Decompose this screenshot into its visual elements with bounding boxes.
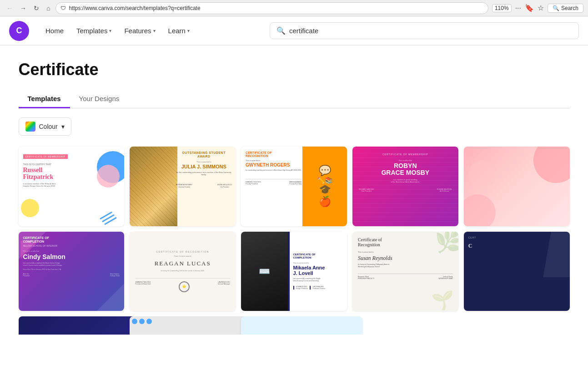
logo-text: C <box>16 26 22 36</box>
template-card-12[interactable] <box>130 316 251 335</box>
template-card-8[interactable]: ⌨️ CERTIFICATE OFCOMPLETION This is pres… <box>241 232 347 311</box>
learn-label: Learn <box>168 27 186 35</box>
template-card-7[interactable]: CERTIFICATE OF RECOGNITION Fiaza Cuisine… <box>130 232 236 311</box>
template-card-13[interactable] <box>241 316 362 335</box>
colour-chevron: ▾ <box>61 123 65 130</box>
back-button[interactable]: ← <box>5 4 15 13</box>
filter-row: Colour ▾ <box>19 117 570 136</box>
nav-links: Home Templates ▾ Features ▾ Learn ▾ <box>40 23 195 38</box>
tab-your-designs[interactable]: Your Designs <box>70 90 129 108</box>
reload-button[interactable]: ↻ <box>32 4 41 13</box>
template-card-3[interactable]: 💬 ✏️📚 🎓 🍎 CERTIFICATE OFRECOGNITION This… <box>241 147 347 226</box>
bookmark-icon[interactable]: 🔖 <box>525 4 534 12</box>
home-button[interactable]: ⌂ <box>45 4 52 13</box>
template-grid-row3-partial <box>19 316 570 335</box>
nav-learn[interactable]: Learn ▾ <box>163 23 195 38</box>
home-label: Home <box>45 27 64 35</box>
star-icon[interactable]: ☆ <box>538 4 544 12</box>
template-card-2[interactable]: OUTSTANDING STUDENT AWARD This is awarde… <box>130 147 236 226</box>
template-grid-row1: Certificate of Membership THIS IS TO CER… <box>19 147 570 226</box>
template-card-5[interactable] <box>464 147 570 226</box>
template-card-1[interactable]: Certificate of Membership THIS IS TO CER… <box>19 147 125 226</box>
template-card-11[interactable] <box>19 316 140 335</box>
template-card-10[interactable]: CERT C <box>464 232 570 311</box>
colour-label: Colour <box>39 123 58 130</box>
tab-templates[interactable]: Templates <box>19 90 70 108</box>
main-nav: C Home Templates ▾ Features ▾ Learn ▾ 🔍 <box>0 16 588 46</box>
search-icon: 🔍 <box>553 5 559 11</box>
template-card-6[interactable]: CERTIFICATE OFCOMPLETION RELOVA SCHOOL O… <box>19 232 125 311</box>
colour-swatch <box>25 122 35 132</box>
template-card-9[interactable]: 🌿 🌱 Certificate ofRecognition This is pr… <box>352 232 458 311</box>
browser-chrome: ← → ↻ ⌂ 🛡 https://www.canva.com/search/t… <box>0 0 588 16</box>
browser-search[interactable]: 🔍 Search <box>548 4 583 13</box>
features-label: Features <box>124 27 151 35</box>
main-content: Certificate Templates Your Designs Colou… <box>8 46 581 355</box>
shield-icon: 🛡 <box>60 5 66 11</box>
learn-chevron: ▾ <box>187 28 190 33</box>
forward-button[interactable]: → <box>18 4 28 13</box>
templates-label: Templates <box>76 27 107 35</box>
more-options[interactable]: ··· <box>515 4 521 12</box>
nav-home[interactable]: Home <box>40 23 69 38</box>
search-bar[interactable]: 🔍 <box>270 22 579 39</box>
canva-logo[interactable]: C <box>9 21 29 41</box>
address-url: https://www.canva.com/search/templates?q… <box>69 5 200 11</box>
features-chevron: ▾ <box>153 28 156 33</box>
template-grid-row2: CERTIFICATE OFCOMPLETION RELOVA SCHOOL O… <box>19 232 570 311</box>
nav-features[interactable]: Features ▾ <box>119 23 161 38</box>
zoom-level: 110% <box>492 4 512 12</box>
page-title: Certificate <box>19 60 570 79</box>
nav-templates[interactable]: Templates ▾ <box>71 23 117 38</box>
colour-filter-button[interactable]: Colour ▾ <box>19 117 71 136</box>
address-bar[interactable]: 🛡 https://www.canva.com/search/templates… <box>55 2 488 14</box>
search-input[interactable] <box>289 27 572 35</box>
templates-chevron: ▾ <box>109 28 111 33</box>
search-icon: 🔍 <box>276 26 286 35</box>
tabs: Templates Your Designs <box>19 90 570 108</box>
template-card-4[interactable]: CERTIFICATE OF MEMBERSHIP This certifies… <box>352 147 458 226</box>
